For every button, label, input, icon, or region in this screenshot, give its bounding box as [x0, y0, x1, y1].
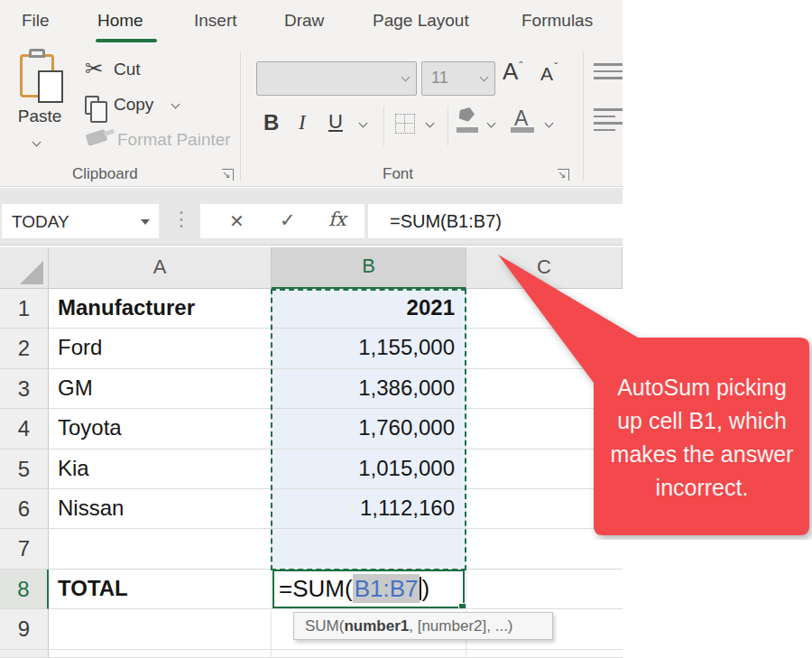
cell-c5[interactable] [466, 449, 623, 489]
fill-handle[interactable] [458, 603, 466, 609]
font-group-divider-2 [448, 107, 448, 146]
cell-c1[interactable] [466, 289, 623, 329]
formula-bar-grip-icon: ⋮ [171, 208, 191, 231]
cell-a2[interactable]: Ford [49, 329, 272, 368]
callout-line-2: up cell B1, which [595, 404, 808, 438]
select-all-triangle-icon [20, 261, 43, 284]
cell-b10[interactable] [272, 650, 466, 658]
paintbrush-icon [86, 129, 108, 146]
table-row: 8 TOTAL =SUM(B1:B7) [0, 570, 623, 609]
column-header-a[interactable]: A [49, 247, 272, 289]
cell-a6[interactable]: Nissan [49, 489, 272, 529]
formula-input[interactable]: =SUM(B1:B7) [368, 204, 623, 238]
table-row: 3 GM 1,386,000 [0, 369, 623, 409]
cell-b6[interactable]: 1,112,160 [272, 489, 466, 529]
enter-icon[interactable]: ✓ [280, 209, 296, 231]
column-header-c[interactable]: C [466, 247, 623, 289]
underline-button[interactable]: U [328, 110, 343, 134]
format-painter-label: Format Painter [117, 130, 231, 150]
clipboard-group-label: Clipboard [72, 165, 138, 183]
increase-font-size-icon[interactable]: Aˆ [503, 58, 522, 86]
cell-a10[interactable] [49, 650, 272, 658]
cell-a5[interactable]: Kia [49, 449, 272, 489]
font-dialog-launcher-icon[interactable]: ↘ [558, 169, 569, 181]
cell-a7[interactable] [49, 529, 272, 569]
callout-line-3: makes the answer [595, 438, 808, 471]
insert-function-icon[interactable]: fx [328, 209, 346, 230]
font-size-combobox[interactable]: 11 [421, 61, 495, 96]
row-header-10[interactable] [0, 650, 49, 658]
bold-button[interactable]: B [263, 110, 279, 135]
table-row-partial [0, 650, 623, 658]
formula-cell-content: =SUM(B1:B7) [279, 570, 429, 608]
paste-dropdown-chevron-icon[interactable] [32, 139, 42, 148]
name-box[interactable]: TODAY [2, 204, 159, 238]
cell-b8-formula[interactable]: =SUM(B1:B7) [272, 570, 466, 609]
row-header-3[interactable]: 3 [0, 369, 49, 409]
cell-c6[interactable] [466, 489, 623, 529]
scissors-icon: ✂ [85, 56, 103, 81]
font-color-chevron-icon[interactable] [545, 120, 554, 129]
screentip-post: , [number2], ...) [409, 617, 512, 635]
font-name-value [257, 62, 416, 69]
font-name-combobox[interactable] [256, 61, 417, 96]
active-tab-underline [96, 39, 157, 42]
row-header-5[interactable]: 5 [0, 449, 49, 489]
cell-b4[interactable]: 1,760,000 [272, 409, 466, 449]
fill-color-chevron-icon[interactable] [487, 120, 496, 129]
cell-c2[interactable] [466, 329, 623, 368]
cell-b5[interactable]: 1,015,000 [272, 449, 466, 489]
italic-button[interactable]: I [299, 111, 306, 134]
tab-insert[interactable]: Insert [194, 11, 237, 31]
cell-a4[interactable]: Toyota [49, 409, 272, 449]
font-name-chevron-icon [401, 74, 411, 83]
underline-dropdown-chevron-icon[interactable] [359, 120, 368, 129]
tab-home[interactable]: Home [97, 11, 143, 31]
decrease-font-size-icon[interactable]: Aˇ [540, 63, 557, 85]
font-group-label: Font [383, 165, 413, 183]
row-header-1[interactable]: 1 [0, 289, 49, 329]
cell-b1[interactable]: 2021 [272, 289, 466, 329]
tab-file[interactable]: File [22, 11, 50, 31]
cell-c10[interactable] [466, 650, 623, 658]
row-header-6[interactable]: 6 [0, 489, 49, 529]
row-header-8[interactable]: 8 [0, 570, 49, 609]
cell-b7[interactable] [272, 529, 466, 569]
function-screentip: SUM(number1, [number2], ...) [293, 612, 553, 640]
cell-c8[interactable] [466, 570, 623, 609]
cell-b2[interactable]: 1,155,000 [272, 329, 466, 368]
tab-page-layout[interactable]: Page Layout [373, 11, 469, 31]
formula-input-value: =SUM(B1:B7) [390, 211, 502, 232]
align-left-icon[interactable] [594, 108, 623, 135]
align-top-icon[interactable] [594, 63, 623, 84]
column-header-b[interactable]: B [272, 247, 466, 289]
cell-a1[interactable]: Manufacturer [49, 289, 272, 329]
cell-c7[interactable] [466, 529, 623, 569]
borders-dropdown-chevron-icon[interactable] [426, 120, 435, 129]
cell-c4[interactable] [466, 409, 623, 449]
table-row: 6 Nissan 1,112,160 [0, 489, 623, 529]
tab-formulas[interactable]: Formulas [521, 11, 593, 31]
cell-a3[interactable]: GM [49, 369, 272, 409]
borders-icon[interactable] [395, 114, 415, 134]
select-all-corner[interactable] [0, 247, 49, 289]
table-row: 7 [0, 529, 623, 569]
formula-buttons: ✕ ✓ fx [200, 204, 364, 238]
screentip-pre: SUM( [305, 617, 344, 635]
row-header-7[interactable]: 7 [0, 529, 49, 569]
name-box-dropdown-icon[interactable] [141, 219, 150, 225]
clipboard-dialog-launcher-icon[interactable]: ↘ [222, 169, 234, 181]
fill-color-bucket-icon[interactable] [457, 107, 475, 124]
row-header-4[interactable]: 4 [0, 409, 49, 449]
cancel-icon[interactable]: ✕ [229, 210, 245, 232]
tab-draw[interactable]: Draw [284, 11, 324, 31]
cell-c3[interactable] [466, 369, 623, 409]
excel-window: File Home Insert Draw Page Layout Formul… [0, 0, 812, 658]
cell-a8[interactable]: TOTAL [49, 570, 272, 609]
copy-dropdown-chevron-icon[interactable] [171, 101, 180, 110]
row-header-9[interactable]: 9 [0, 609, 49, 649]
row-header-2[interactable]: 2 [0, 329, 49, 368]
cell-a9[interactable] [49, 609, 272, 649]
cell-b3[interactable]: 1,386,000 [272, 369, 466, 409]
name-box-value: TODAY [12, 212, 69, 232]
